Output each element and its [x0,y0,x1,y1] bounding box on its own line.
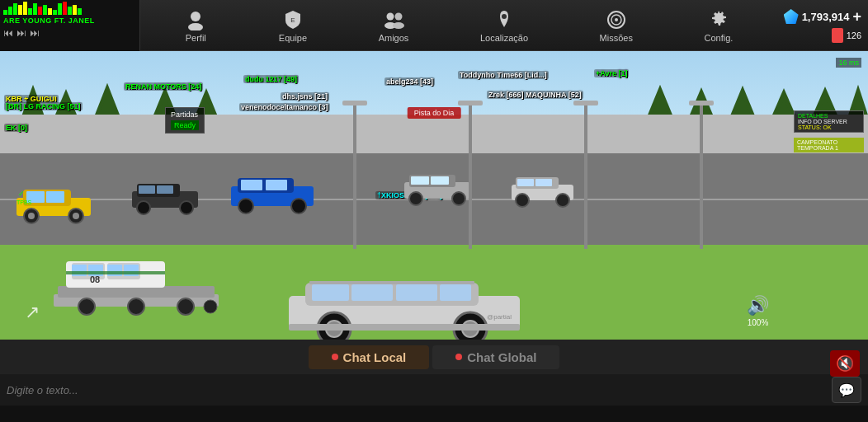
equalizer [3,2,136,15]
next-button[interactable]: ⏭ [30,27,40,39]
people-icon [382,8,405,31]
svg-text:E: E [290,16,295,24]
game-area: Pista do Dia Partidas Ready RENAN MOTORS… [0,51,868,340]
svg-point-6 [393,22,404,29]
chat-send-button[interactable]: 💬 [832,377,861,403]
nav-label-location: Localização [480,33,528,43]
eq-bar-9 [43,5,47,15]
player-label-veneno: venenodoceltamanco [3] [239,103,330,111]
sidebar-item-settings[interactable]: Config. [704,8,733,43]
player-label-dudu: dudu 1217 [49] [243,75,299,83]
player-label-abel: abelg234 [43] [384,77,435,86]
mute-icon: 🔇 [836,354,854,373]
nav-label-profile: Perfil [186,33,206,43]
mute-button[interactable]: 🔇 [830,350,860,377]
speed-icon[interactable]: ↗ [25,300,40,323]
pista-banner: Pista do Dia [408,107,461,119]
svg-point-3 [387,12,394,20]
player-label-avre: +Avre [1] [594,69,629,77]
add-diamonds-button[interactable]: + [852,8,861,26]
eq-bar-2 [8,7,12,15]
music-area: ARE YOUNG FT. JANEL ⏮ ⏭ ⏭ [0,0,140,51]
volume-label: 100% [748,318,769,327]
svg-point-1 [188,23,203,30]
player-label-ek: EK [0] [4,124,29,132]
tab-label-local: Chat Local [343,350,407,364]
shield-icon: E [281,8,304,31]
song-title: ARE YOUNG FT. JANEL [3,16,136,25]
send-icon: 💬 [838,382,855,398]
pista-text: Pista do Dia [414,109,455,117]
tab-chat-global[interactable]: Chat Global [432,345,559,369]
diamond-value: 1,793,914 [802,11,850,23]
target-icon [605,8,628,31]
road [0,115,868,245]
sidebar-item-profile[interactable]: Perfil [184,8,207,43]
person-icon [184,8,207,31]
eq-bar-4 [18,5,22,15]
eq-bar-10 [48,8,52,15]
ping-display: 16 ms [836,58,861,68]
sidebar-item-team[interactable]: E Equipe [279,8,307,43]
tab-dot-global [455,354,462,360]
eq-bar-8 [38,7,42,15]
ground [0,253,868,340]
tab-label-global: Chat Global [467,350,536,364]
player-label-xkioshi: †XKIOSHI X† [166] [375,191,444,199]
ping-value: 16 ms [838,59,859,67]
top-bar: ARE YOUNG FT. JANEL ⏮ ⏭ ⏭ Perfil E Equip… [0,0,868,51]
volume-area[interactable]: 🔊 100% [747,295,769,327]
nav-label-friends: Amigos [379,33,409,43]
info-box-2: CAMPEONATO TEMPORADA 1 [794,138,864,152]
eq-bar-7 [33,3,37,15]
svg-point-10 [615,18,618,21]
gear-icon [707,8,730,31]
location-icon [493,8,516,31]
partidas-label: Partidas [171,110,199,119]
eq-bar-12 [58,3,62,15]
player-label-lg: [BR] LG RACING [51] [4,102,83,110]
partidas-popup: Partidas Ready [165,107,205,134]
info-box-1: DETALHES INFO DO SERVER STATUS: OK [794,110,864,133]
sidebar-item-friends[interactable]: Amigos [379,8,409,43]
music-controls: ⏮ ⏭ ⏭ [3,27,136,39]
ready-label: Ready [171,120,199,130]
eq-bar-3 [13,3,17,15]
nav-label-settings: Config. [704,33,733,43]
player-label-zrek: Zrek [666] MAQUINHA [52] [487,91,583,99]
diamond-row: 1,793,914 + [784,8,861,26]
svg-point-0 [191,12,200,21]
player-label-renan: RENAN MOTORS [24] [124,82,203,91]
player-label-dhs: dhs.jsns [21] [281,92,329,101]
tab-dot-local [332,354,338,360]
volume-icon[interactable]: 🔊 [747,295,769,316]
tab-chat-local[interactable]: Chat Local [309,345,430,369]
fuel-row: 126 [832,28,861,43]
fuel-value: 126 [847,30,861,40]
eq-bar-16 [78,8,82,15]
eq-bar-13 [63,2,67,15]
nav-items: Perfil E Equipe Amigos Localização Missõ… [140,8,777,43]
player-label-todd: Toddynho Time66 [Lid...] [458,71,549,79]
bottom-bar: 🔇 Chat Local Chat Global 💬 [0,340,868,422]
eq-bar-14 [68,7,72,15]
chat-input[interactable] [7,384,825,396]
currency-area: 1,793,914 + 126 [777,8,868,43]
fuel-icon [832,28,843,43]
prev-button[interactable]: ⏮ [3,27,13,39]
eq-bar-1 [3,10,7,15]
nav-label-missions: Missões [600,33,633,43]
svg-point-7 [502,14,507,19]
play-button[interactable]: ⏭ [17,27,26,39]
chat-tabs: Chat Local Chat Global [0,340,868,374]
eq-bar-6 [28,8,32,15]
sidebar-item-missions[interactable]: Missões [600,8,633,43]
eq-bar-5 [23,2,27,15]
sidebar-item-location[interactable]: Localização [480,8,528,43]
eq-bar-15 [73,5,77,15]
svg-point-5 [395,12,403,20]
diamond-icon [784,9,799,24]
nav-label-team: Equipe [279,33,307,43]
eq-bar-11 [53,10,57,15]
chat-input-row: 💬 [0,374,868,406]
